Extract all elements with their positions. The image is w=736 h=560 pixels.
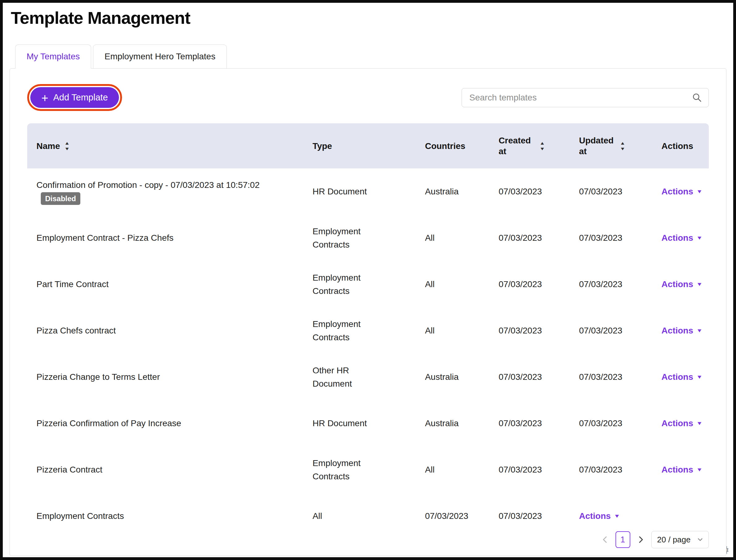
table-row: Pizza Chefs contractEmployment Contracts… — [27, 308, 709, 354]
cell-text: All — [425, 279, 434, 289]
cell-text: Employment Contract - Pizza Chefs — [36, 233, 174, 243]
app-window: Template Management My TemplatesEmployme… — [0, 0, 736, 560]
cell-created_at: 07/03/2023 — [489, 362, 570, 392]
row-actions-label: Actions — [579, 509, 611, 523]
row-actions-button[interactable]: Actions▼ — [579, 509, 619, 523]
table-row: Employment Contract - Pizza ChefsEmploym… — [27, 215, 709, 261]
cell-text: 07/03/2023 — [499, 465, 542, 474]
row-actions-label: Actions — [662, 278, 693, 291]
chevron-down-icon: ▼ — [696, 375, 703, 380]
row-actions-button[interactable]: Actions▼ — [662, 417, 702, 430]
cell-text: 07/03/2023 — [579, 418, 622, 428]
cell-text: 07/03/2023 — [579, 465, 622, 474]
column-label: Countries — [425, 141, 465, 151]
cell-updated_at: 07/03/2023 — [570, 177, 652, 206]
cell-updated_at: Actions▼ — [570, 501, 652, 531]
chevron-down-icon: ▼ — [696, 328, 703, 333]
cell-type: HR Document — [303, 409, 415, 438]
row-actions-label: Actions — [662, 231, 693, 244]
column-header-created_at[interactable]: Created at▲▼ — [489, 135, 570, 157]
row-actions-button[interactable]: Actions▼ — [662, 370, 702, 384]
cell-created_at: 07/03/2023 — [489, 455, 570, 484]
cell-text: 07/03/2023 — [499, 511, 542, 521]
add-template-button[interactable]: + Add Template — [30, 87, 119, 108]
cell-type: HR Document — [303, 177, 415, 206]
cell-created_at: 07/03/2023 — [489, 501, 570, 531]
cell-text: 07/03/2023 — [499, 279, 542, 289]
cell-text: All — [425, 326, 434, 335]
search-input[interactable] — [461, 88, 709, 107]
table-body: Confirmation of Promotion - copy - 07/03… — [27, 168, 709, 539]
templates-panel: + Add Template Name▲▼TypeCountriesCreate… — [10, 68, 726, 556]
cell-updated_at: 07/03/2023 — [570, 409, 652, 438]
cell-actions: Actions▼ — [652, 409, 709, 438]
row-actions-button[interactable]: Actions▼ — [662, 231, 702, 244]
sort-icon: ▲▼ — [540, 141, 544, 151]
row-actions-button[interactable]: Actions▼ — [662, 185, 702, 198]
templates-table: Name▲▼TypeCountriesCreated at▲▼Updated a… — [27, 123, 709, 539]
cell-text: Confirmation of Promotion - copy - 07/03… — [36, 180, 260, 203]
search-icon — [692, 93, 702, 103]
column-label: Name — [36, 141, 60, 151]
cell-text: Part Time Contract — [36, 279, 109, 289]
cell-countries: Australia — [415, 177, 489, 206]
cell-name: Pizza Chefs contract — [27, 316, 303, 345]
cell-type: Employment Contracts — [303, 309, 415, 352]
cell-created_at: 07/03/2023 — [489, 269, 570, 299]
cell-updated_at: 07/03/2023 — [570, 316, 652, 345]
cell-updated_at: 07/03/2023 — [570, 362, 652, 392]
current-page-button[interactable]: 1 — [615, 531, 630, 548]
row-actions-label: Actions — [662, 370, 693, 384]
search-box — [461, 88, 709, 107]
cell-text: 07/03/2023 — [579, 233, 622, 243]
cell-name: Confirmation of Promotion - copy - 07/03… — [27, 170, 303, 213]
table-row: Pizzeria Confirmation of Pay IncreaseHR … — [27, 400, 709, 447]
cell-name: Pizzeria Confirmation of Pay Increase — [27, 409, 303, 438]
table-header: Name▲▼TypeCountriesCreated at▲▼Updated a… — [27, 123, 709, 168]
tab-employment-hero-templates[interactable]: Employment Hero Templates — [93, 45, 227, 69]
column-header-countries: Countries — [415, 141, 489, 151]
row-actions-button[interactable]: Actions▼ — [662, 324, 702, 337]
cell-name: Pizzeria Contract — [27, 455, 303, 484]
cell-text: Employment Contracts — [36, 511, 124, 521]
cell-type: Employment Contracts — [303, 217, 415, 260]
cell-name: Employment Contract - Pizza Chefs — [27, 223, 303, 252]
chevron-right-icon — [638, 535, 644, 544]
sort-icon: ▲▼ — [620, 141, 625, 151]
cell-text: HR Document — [313, 185, 367, 198]
tabs: My TemplatesEmployment Hero Templates — [15, 45, 733, 69]
cell-text: 07/03/2023 — [579, 187, 622, 196]
page-size-select[interactable]: 20 / page — [651, 531, 709, 548]
cell-type: Employment Contracts — [303, 263, 415, 306]
cell-countries: Australia — [415, 362, 489, 392]
cell-created_at: 07/03/2023 — [489, 316, 570, 345]
pagination: 1 20 / page — [601, 531, 709, 548]
cell-text: Pizzeria Change to Terms Letter — [36, 372, 160, 382]
cell-actions: Actions▼ — [652, 223, 709, 252]
chevron-left-icon — [602, 535, 608, 544]
column-header-updated_at[interactable]: Updated at▲▼ — [570, 135, 652, 157]
row-actions-label: Actions — [662, 185, 693, 198]
cell-updated_at: 07/03/2023 — [570, 223, 652, 252]
cell-text: HR Document — [313, 417, 367, 430]
row-actions-button[interactable]: Actions▼ — [662, 278, 702, 291]
next-page-button[interactable] — [636, 534, 645, 545]
column-label: Created at — [499, 135, 535, 157]
cell-text: 07/03/2023 — [579, 326, 622, 335]
cell-updated_at: 07/03/2023 — [570, 455, 652, 484]
cell-countries: All — [415, 455, 489, 484]
prev-page-button[interactable] — [601, 534, 609, 545]
tab-my-templates[interactable]: My Templates — [15, 45, 91, 69]
cell-text: 07/03/2023 — [499, 187, 542, 196]
cell-text: Employment Contracts — [313, 317, 390, 344]
chevron-down-icon: ▼ — [696, 467, 703, 472]
cell-text: Pizza Chefs contract — [36, 326, 116, 335]
column-header-name[interactable]: Name▲▼ — [27, 141, 303, 151]
row-actions-button[interactable]: Actions▼ — [662, 463, 702, 476]
cell-text: 07/03/2023 — [499, 418, 542, 428]
chevron-down-icon — [697, 537, 703, 542]
cell-text: Australia — [425, 418, 458, 428]
cell-countries: All — [415, 316, 489, 345]
cell-actions: Actions▼ — [652, 455, 709, 484]
cell-updated_at: 07/03/2023 — [570, 269, 652, 299]
